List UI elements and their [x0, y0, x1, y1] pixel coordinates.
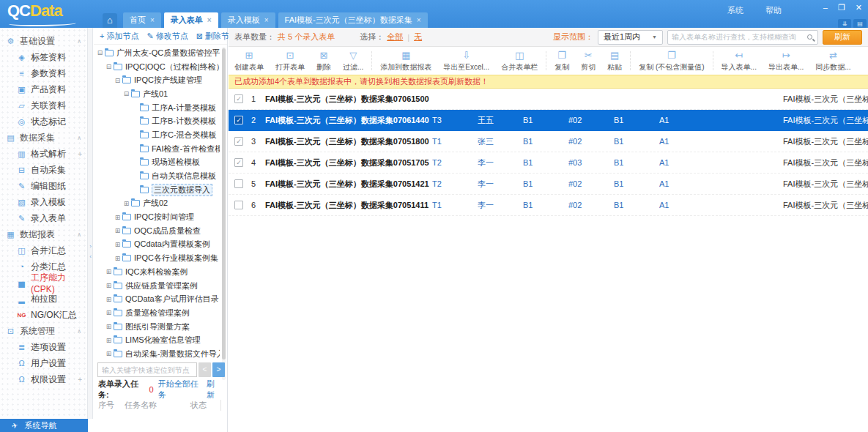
refresh-button[interactable]: 刷新 — [823, 30, 862, 45]
sidebar-section-2[interactable]: ▦数据报表∧ — [0, 226, 87, 242]
start-all-tasks-link[interactable]: 开始全部任务 — [158, 379, 202, 401]
close-icon[interactable]: × — [207, 16, 212, 24]
sidebar-item-2-2[interactable]: ▅工序能力(CPK) — [0, 275, 87, 291]
table-row-0[interactable]: ✓1FAI模板-三次元（三坐标）数据采集07061500FAI模板-三次元（三坐… — [229, 89, 868, 110]
tree-node-20[interactable]: ⊞图纸引导测量方案 — [94, 320, 220, 334]
sidebar-item-3-0[interactable]: ≣选项设置 — [0, 339, 87, 355]
sidebar-item-0-4[interactable]: ◎状态标记 — [0, 113, 87, 130]
row-checkbox[interactable]: ✓ — [234, 116, 243, 124]
row-checkbox[interactable]: ✓ — [234, 137, 243, 146]
expand-plus-icon[interactable]: ⊞ — [114, 227, 122, 234]
tab-2[interactable]: 录入模板× — [221, 12, 275, 28]
expand-plus-icon[interactable]: ⊞ — [105, 337, 113, 344]
toolbar-open-folder-button-0-1[interactable]: ⊡打开表单 — [270, 50, 311, 72]
sidebar-item-1-4[interactable]: ✎录入表单 — [0, 210, 87, 226]
expand-plus-icon[interactable]: ⊞ — [122, 200, 130, 207]
expand-plus-icon[interactable]: ⊞ — [105, 282, 113, 289]
close-icon[interactable]: × — [150, 16, 155, 24]
sidebar-item-0-2[interactable]: ▣产品资料 — [0, 81, 87, 97]
sidebar-item-2-4[interactable]: NGNG/OK汇总 — [0, 307, 87, 323]
sidebar-item-2-0[interactable]: ◫合并汇总 — [0, 242, 87, 258]
sidebar-section-3[interactable]: ⊡系统管理∧ — [0, 323, 87, 339]
tree-node-19[interactable]: ⊞质量巡检管理案例 — [94, 306, 220, 320]
tree-node-4[interactable]: 工序A-计量类模板 — [94, 101, 220, 115]
collapse-minus-icon[interactable]: ⊟ — [114, 77, 122, 84]
tree-node-9[interactable]: 自动关联信息模板 — [94, 169, 220, 183]
tree-node-12[interactable]: ⊞IPQC按时间管理 — [94, 210, 220, 224]
tree-node-3[interactable]: ⊟产线01 — [94, 87, 220, 101]
tree-node-10[interactable]: 三次元数据导入 — [94, 183, 220, 197]
expand-plus-icon[interactable]: ⊞ — [114, 241, 122, 248]
row-checkbox[interactable] — [234, 201, 243, 209]
row-checkbox[interactable]: ✓ — [234, 94, 243, 103]
toolbar-export-button-4-1[interactable]: ↦导出表单... — [763, 50, 809, 72]
tree-node-5[interactable]: 工序B-计数类模板 — [94, 114, 220, 128]
toolbar-cut-button-2-1[interactable]: ✂剪切 — [575, 50, 601, 72]
select-all-link[interactable]: 全部 — [387, 31, 403, 42]
select-none-link[interactable]: 无 — [414, 31, 422, 42]
restore-icon[interactable]: ❐ — [838, 3, 845, 12]
table-row-4[interactable]: 5FAI模板-三次元（三坐标）数据采集07051421T2李一B1#02B1A1… — [229, 174, 868, 195]
sidebar-section-1[interactable]: ▤数据采集∧ — [0, 130, 87, 146]
tree-node-1[interactable]: ⊟IPQC|OQC（过程检|终检）案例 — [94, 60, 220, 74]
sidebar-section-0[interactable]: ⚙基础设置∧ — [0, 33, 87, 49]
date-range-select[interactable]: 最近1周内 ▼ — [598, 30, 663, 45]
toolbar-create-button-0-0[interactable]: ⊞创建表单 — [229, 50, 270, 72]
expand-plus-icon[interactable]: ⊞ — [105, 296, 113, 303]
tree-node-2[interactable]: ⊟IPQC按产线建管理 — [94, 73, 220, 87]
table-row-3[interactable]: ✓4FAI模板-三次元（三坐标）数据采集07051705T2李一B1#03B1A… — [229, 152, 868, 174]
tree-node-6[interactable]: 工序C-混合类模板 — [94, 128, 220, 142]
table-row-5[interactable]: 6FAI模板-三次元（三坐标）数据采集07051411T1李一B1#02B1A1… — [229, 195, 868, 216]
tree-node-11[interactable]: ⊞产线02 — [94, 197, 220, 211]
tree-node-18[interactable]: ⊞QCData客户试用评估目录 — [94, 292, 220, 306]
splitter-collapse-icon[interactable]: ‹ — [88, 252, 93, 262]
toolbar-copy-button-2-0[interactable]: ❐复制 — [549, 50, 575, 72]
expand-plus-icon[interactable]: ⊞ — [114, 255, 122, 262]
collapse-minus-icon[interactable]: ⊟ — [122, 90, 130, 97]
expand-plus-icon[interactable]: ⊞ — [105, 268, 113, 275]
row-checkbox[interactable]: ✓ — [234, 158, 243, 167]
plus-icon[interactable]: + — [78, 150, 82, 158]
tree-node-7[interactable]: FAI检查-首件检查模板 — [94, 142, 220, 156]
collapse-minus-icon[interactable]: ⊟ — [96, 49, 104, 56]
menu-help[interactable]: 帮助 — [765, 5, 782, 16]
sidebar-item-0-3[interactable]: ▱关联资料 — [0, 97, 87, 113]
system-nav-footer[interactable]: ✈ 系统导航 — [0, 419, 88, 432]
sidebar-item-1-0[interactable]: ▥格式解析+ — [0, 146, 87, 162]
toolbar-sync-button-4-2[interactable]: ⇄同步数据... — [809, 50, 856, 72]
search-prev-button[interactable]: < — [199, 362, 211, 377]
close-icon[interactable]: ✕ — [856, 3, 862, 12]
table-row-2[interactable]: ✓3FAI模板-三次元（三坐标）数据采集07051800T1张三B1#02B1A… — [229, 131, 868, 152]
toolbar-filter-funnel-button-0-3[interactable]: ▽过滤... — [337, 50, 369, 72]
row-checkbox[interactable] — [234, 179, 243, 188]
tree-toolbar-plus-button[interactable]: +添加节点 — [100, 31, 138, 42]
splitter-expand-icon[interactable]: › — [88, 242, 93, 252]
tree-node-14[interactable]: ⊞QCdata内置模板案例 — [94, 238, 220, 252]
tree-search-input[interactable] — [97, 362, 197, 377]
sidebar-item-0-0[interactable]: ◈标签资料 — [0, 49, 87, 65]
menu-system[interactable]: 系统 — [727, 5, 743, 16]
close-icon[interactable]: × — [417, 16, 421, 24]
tree-node-16[interactable]: ⊞IQC来料检验案例 — [94, 265, 220, 279]
task-refresh-link[interactable]: 刷新 — [207, 379, 221, 401]
expand-plus-icon[interactable]: ⊞ — [114, 214, 122, 221]
toolbar-add-report-button-1-0[interactable]: ▦添加到数据报表 — [374, 50, 437, 72]
tree-node-15[interactable]: ⊞IPQC各行业模板案例集 — [94, 251, 220, 265]
tab-3[interactable]: FAI模板-三次元（三坐标）数据采集× — [278, 12, 428, 28]
tab-0[interactable]: 首页× — [123, 12, 161, 28]
table-row-1[interactable]: ✓2FAI模板-三次元（三坐标）数据采集07061440T3王五B1#02B1A… — [229, 110, 868, 131]
tree-node-8[interactable]: 现场巡检模板 — [94, 156, 220, 170]
plus-icon[interactable]: + — [78, 376, 82, 384]
tree-node-13[interactable]: ⊞OQC成品质量检查 — [94, 224, 220, 238]
sidebar-item-3-1[interactable]: Ω用户设置 — [0, 355, 87, 371]
expand-plus-icon[interactable]: ⊞ — [105, 323, 113, 330]
toolbar-import-button-4-0[interactable]: ↤导入表单... — [716, 50, 763, 72]
expand-plus-icon[interactable]: ⊞ — [105, 309, 113, 316]
toolbar-delete-button-0-2[interactable]: ⊠删除 — [311, 50, 337, 72]
sidebar-item-1-3[interactable]: ▧录入模板 — [0, 194, 87, 210]
tree-node-0[interactable]: ⊟广州太友-QC质量数据管控平台 — [94, 46, 220, 60]
minimize-icon[interactable]: – — [823, 3, 828, 12]
tree-node-21[interactable]: ⊞LIMS化验室信息管理 — [94, 333, 220, 347]
form-search-input[interactable] — [672, 33, 807, 41]
tree-node-22[interactable]: ⊞自动采集-测量数据文件导入 — [94, 347, 220, 361]
